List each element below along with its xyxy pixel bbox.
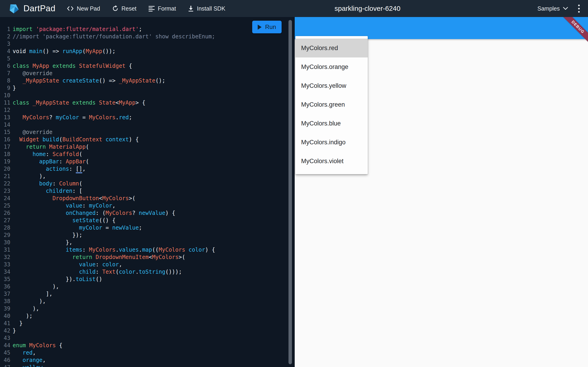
line-number: 39 bbox=[0, 305, 10, 312]
code-line: 9} bbox=[0, 84, 294, 92]
code-line: 35 }).toList() bbox=[0, 275, 294, 283]
line-number: 8 bbox=[0, 77, 10, 84]
code-line: 16 Widget build(BuildContext context) { bbox=[0, 136, 294, 143]
kebab-menu-icon bbox=[578, 5, 580, 13]
code-line: 10 bbox=[0, 92, 294, 99]
line-number: 2 bbox=[0, 33, 10, 40]
line-number: 10 bbox=[0, 92, 10, 99]
format-button[interactable]: Format bbox=[148, 5, 176, 12]
code-line: 40 ); bbox=[0, 312, 294, 320]
line-number: 20 bbox=[0, 165, 10, 173]
code-line: 38 ), bbox=[0, 298, 294, 305]
code-line: 3 bbox=[0, 40, 294, 48]
code-line: 47 yellow, bbox=[0, 364, 294, 367]
code-line: 37 ], bbox=[0, 290, 294, 298]
menu-item-blue[interactable]: MyColors.blue bbox=[295, 114, 368, 133]
line-number: 36 bbox=[0, 283, 10, 290]
line-number: 21 bbox=[0, 173, 10, 180]
code-line: 36 ), bbox=[0, 283, 294, 290]
menu-item-red[interactable]: MyColors.red bbox=[295, 39, 368, 58]
code-line: 6class MyApp extends StatefulWidget { bbox=[0, 62, 294, 70]
code-lines: 1import 'package:flutter/material.dart';… bbox=[0, 17, 294, 367]
code-line: 25 value: myColor, bbox=[0, 202, 294, 209]
pad-title: sparkling-clover-6240 bbox=[335, 5, 400, 12]
menu-item-green[interactable]: MyColors.green bbox=[295, 95, 368, 114]
code-line: 41 } bbox=[0, 320, 294, 327]
code-line: 28 myColor = newValue; bbox=[0, 224, 294, 231]
line-number: 4 bbox=[0, 48, 10, 55]
line-number: 38 bbox=[0, 298, 10, 305]
code-line: 29 }); bbox=[0, 231, 294, 239]
refresh-icon bbox=[112, 5, 119, 12]
line-number: 23 bbox=[0, 187, 10, 195]
line-number: 22 bbox=[0, 180, 10, 187]
line-number: 40 bbox=[0, 312, 10, 320]
menu-item-violet[interactable]: MyColors.violet bbox=[295, 152, 368, 171]
line-number: 3 bbox=[0, 40, 10, 48]
line-number: 34 bbox=[0, 268, 10, 275]
line-number: 42 bbox=[0, 327, 10, 334]
install-sdk-label: Install SDK bbox=[197, 5, 225, 12]
code-line: 27 setState(() { bbox=[0, 217, 294, 224]
line-number: 11 bbox=[0, 99, 10, 106]
code-line: 26 onChanged: (MyColors? newValue) { bbox=[0, 209, 294, 217]
samples-menu-button[interactable]: Samples bbox=[538, 5, 568, 12]
play-icon bbox=[258, 25, 261, 30]
code-line: 24 DropdownButton<MyColors>( bbox=[0, 195, 294, 202]
line-number: 44 bbox=[0, 342, 10, 349]
code-line: 32 return DropdownMenuItem<MyColors>( bbox=[0, 253, 294, 261]
code-line: 43 bbox=[0, 334, 294, 342]
app-preview-panel: DEBUG MyColors.redMyColors.orangeMyColor… bbox=[295, 17, 588, 367]
code-editor[interactable]: 1import 'package:flutter/material.dart';… bbox=[0, 17, 295, 367]
code-line: 18 home: Scaffold( bbox=[0, 150, 294, 158]
dartpad-brand[interactable]: DartPad bbox=[8, 2, 55, 15]
format-lines-icon bbox=[148, 6, 155, 11]
line-number: 26 bbox=[0, 209, 10, 217]
line-number: 33 bbox=[0, 261, 10, 268]
code-line: 42} bbox=[0, 327, 294, 334]
line-number: 15 bbox=[0, 128, 10, 136]
run-label: Run bbox=[265, 24, 276, 31]
line-number: 29 bbox=[0, 231, 10, 239]
flutter-appbar bbox=[295, 17, 588, 39]
menu-item-yellow[interactable]: MyColors.yellow bbox=[295, 76, 368, 95]
code-line: 31 items: MyColors.values.map((MyColors … bbox=[0, 246, 294, 253]
overflow-menu-button[interactable] bbox=[576, 3, 582, 14]
line-number: 5 bbox=[0, 55, 10, 62]
code-line: 4void main() => runApp(MyApp()); bbox=[0, 48, 294, 55]
code-line: 5 bbox=[0, 55, 294, 62]
run-button[interactable]: Run bbox=[252, 21, 282, 33]
line-number: 45 bbox=[0, 349, 10, 356]
header-nav: New Pad Reset Format Install bbox=[67, 5, 225, 12]
line-number: 47 bbox=[0, 364, 10, 367]
code-line: 39 ), bbox=[0, 305, 294, 312]
code-line: 34 child: Text(color.toString())); bbox=[0, 268, 294, 275]
line-number: 31 bbox=[0, 246, 10, 253]
code-line: 17 return MaterialApp( bbox=[0, 143, 294, 150]
line-number: 17 bbox=[0, 143, 10, 150]
line-number: 25 bbox=[0, 202, 10, 209]
code-line: 1import 'package:flutter/material.dart'; bbox=[0, 25, 294, 33]
menu-item-orange[interactable]: MyColors.orange bbox=[295, 58, 368, 76]
line-number: 18 bbox=[0, 150, 10, 158]
code-line: 19 appBar: AppBar( bbox=[0, 158, 294, 165]
new-pad-label: New Pad bbox=[77, 5, 100, 12]
editor-scrollbar[interactable] bbox=[288, 20, 292, 364]
line-number: 14 bbox=[0, 121, 10, 128]
code-line: 14 bbox=[0, 121, 294, 128]
dropdown-menu: MyColors.redMyColors.orangeMyColors.yell… bbox=[295, 36, 368, 174]
line-number: 19 bbox=[0, 158, 10, 165]
format-label: Format bbox=[158, 5, 176, 12]
menu-item-indigo[interactable]: MyColors.indigo bbox=[295, 133, 368, 152]
reset-label: Reset bbox=[122, 5, 136, 12]
code-line: 7 @override bbox=[0, 70, 294, 77]
new-pad-button[interactable]: New Pad bbox=[67, 5, 100, 12]
code-line: 21 ), bbox=[0, 173, 294, 180]
reset-button[interactable]: Reset bbox=[112, 5, 136, 12]
header-right: Samples bbox=[538, 3, 588, 14]
code-line: 11class _MyAppState extends State<MyApp>… bbox=[0, 99, 294, 106]
line-number: 16 bbox=[0, 136, 10, 143]
code-line: 20 actions: [], bbox=[0, 165, 294, 173]
line-number: 41 bbox=[0, 320, 10, 327]
install-sdk-button[interactable]: Install SDK bbox=[188, 5, 225, 12]
